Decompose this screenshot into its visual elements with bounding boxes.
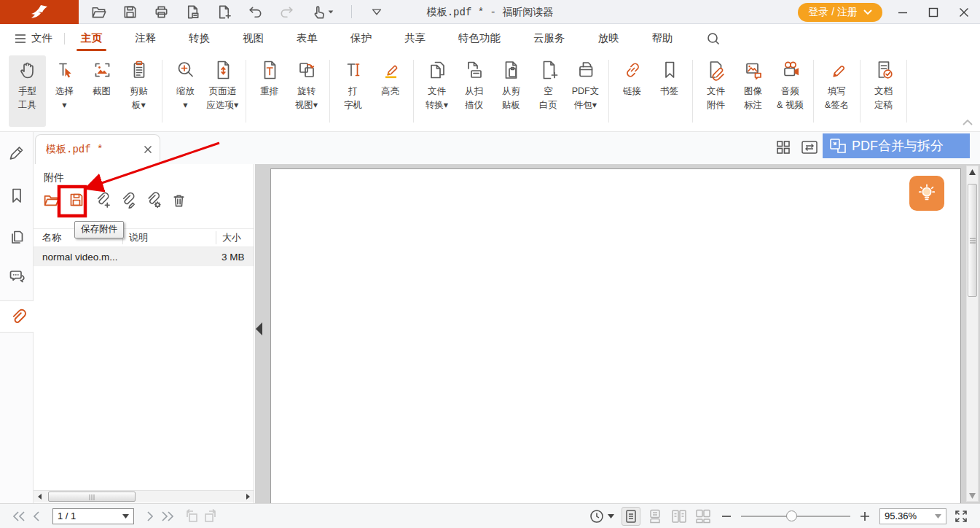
from-scanner-button[interactable]: 从扫 描仪 bbox=[455, 55, 493, 114]
zoom-level-combobox[interactable]: 95.36% bbox=[879, 508, 946, 524]
reflow-button[interactable]: 重排 bbox=[251, 55, 288, 100]
scroll-up-icon[interactable] bbox=[967, 169, 978, 175]
zoom-out-icon[interactable] bbox=[718, 508, 735, 525]
select-tool-button[interactable]: 选择 ▾ bbox=[46, 55, 83, 114]
tab-presentation[interactable]: 放映 bbox=[597, 25, 621, 52]
print-icon[interactable] bbox=[152, 2, 170, 21]
typewriter-button[interactable]: 打 字机 bbox=[334, 55, 372, 114]
delete-attachment-icon[interactable] bbox=[169, 190, 188, 209]
scroll-left-icon[interactable] bbox=[34, 491, 46, 502]
open-folder-icon[interactable] bbox=[89, 2, 108, 21]
fill-sign-button[interactable]: 填写 &签名 bbox=[818, 55, 855, 114]
tab-protect[interactable]: 保护 bbox=[349, 25, 373, 52]
pdf-page[interactable] bbox=[270, 168, 961, 503]
continuous-view-button[interactable] bbox=[646, 507, 665, 526]
open-attachment-icon[interactable] bbox=[42, 190, 60, 209]
tab-cloud[interactable]: 云服务 bbox=[532, 25, 567, 52]
document-tab[interactable]: 模板.pdf * bbox=[35, 134, 160, 164]
touch-mode-icon[interactable] bbox=[308, 2, 336, 21]
swap-view-icon[interactable] bbox=[801, 139, 818, 155]
blank-page-button[interactable]: 空 白页 bbox=[530, 55, 567, 114]
next-page-icon[interactable] bbox=[141, 508, 159, 525]
image-annotation-button[interactable]: 图像 标注 bbox=[734, 55, 772, 114]
redo-icon[interactable] bbox=[277, 2, 296, 21]
tab-form[interactable]: 表单 bbox=[295, 25, 319, 52]
vertical-scrollbar[interactable] bbox=[966, 166, 979, 502]
save-attachment-icon[interactable] bbox=[67, 190, 86, 209]
next-view-icon[interactable] bbox=[201, 508, 219, 525]
file-attachment-button[interactable]: 文件 附件 bbox=[697, 55, 734, 114]
new-document-icon[interactable] bbox=[214, 2, 233, 21]
zoom-slider[interactable] bbox=[741, 508, 850, 525]
zoom-in-icon[interactable] bbox=[856, 508, 874, 525]
single-page-view-button[interactable] bbox=[622, 507, 640, 526]
highlight-button[interactable]: 高亮 bbox=[372, 55, 409, 100]
maximize-button[interactable] bbox=[923, 3, 944, 22]
close-button[interactable] bbox=[954, 3, 974, 22]
page-number-combobox[interactable]: 1 / 1 bbox=[52, 508, 134, 524]
sidebar-item-bookmarks[interactable] bbox=[0, 179, 34, 211]
save-icon[interactable] bbox=[120, 2, 139, 21]
attachment-settings-icon[interactable] bbox=[144, 190, 162, 209]
previous-view-icon[interactable] bbox=[184, 508, 201, 525]
tab-home[interactable]: 主页 bbox=[79, 25, 103, 52]
tab-comment[interactable]: 注释 bbox=[133, 25, 157, 52]
bookmark-button[interactable]: 书签 bbox=[651, 55, 688, 100]
scroll-down-icon[interactable] bbox=[967, 493, 978, 499]
link-button[interactable]: 链接 bbox=[614, 55, 651, 100]
minimize-button[interactable] bbox=[893, 3, 913, 22]
pdf-portfolio-button[interactable]: PDF文 件包▾ bbox=[567, 55, 604, 114]
page-fit-icon bbox=[211, 58, 235, 82]
attachment-row[interactable]: normal video.m... 3 MB bbox=[34, 247, 254, 266]
clipboard-button[interactable]: 剪贴 板▾ bbox=[120, 55, 157, 114]
panel-horizontal-scrollbar[interactable] bbox=[34, 490, 254, 502]
tab-help[interactable]: 帮助 bbox=[651, 25, 675, 52]
search-icon[interactable] bbox=[706, 31, 721, 46]
facing-view-button[interactable] bbox=[670, 507, 689, 526]
sidebar-item-pages[interactable] bbox=[0, 221, 34, 253]
file-convert-button[interactable]: 文件 转换▾ bbox=[418, 55, 455, 114]
sidebar-item-attachments[interactable] bbox=[0, 300, 34, 333]
column-description[interactable]: 说明 bbox=[122, 231, 216, 244]
thumbnail-grid-icon[interactable] bbox=[775, 139, 791, 155]
scroll-right-icon[interactable] bbox=[241, 491, 254, 502]
zoom-button[interactable]: 缩放 ▾ bbox=[167, 55, 204, 114]
edit-attachment-description-icon[interactable] bbox=[118, 190, 137, 209]
snapshot-button[interactable]: 截图 bbox=[83, 55, 120, 100]
close-tab-icon[interactable] bbox=[144, 145, 152, 154]
sidebar-item-edit[interactable] bbox=[0, 136, 34, 168]
fullscreen-icon[interactable] bbox=[952, 508, 970, 525]
from-clipboard-button[interactable]: 从剪 贴板 bbox=[493, 55, 530, 114]
collapse-panel-handle[interactable] bbox=[256, 319, 264, 338]
page-fit-button[interactable]: 页面适 应选项▾ bbox=[204, 55, 241, 114]
assistant-button[interactable] bbox=[909, 176, 944, 211]
customize-toolbar-icon[interactable] bbox=[367, 2, 386, 21]
reading-timer-dropdown-icon[interactable] bbox=[605, 508, 616, 525]
collapse-ribbon-icon[interactable] bbox=[963, 119, 973, 125]
undo-icon[interactable] bbox=[246, 2, 264, 21]
tab-view[interactable]: 视图 bbox=[241, 25, 265, 52]
tab-share[interactable]: 共享 bbox=[403, 25, 427, 52]
pdf-merge-split-banner[interactable]: PDF合并与拆分 bbox=[823, 133, 970, 158]
login-register-button[interactable]: 登录 / 注册 bbox=[798, 3, 882, 22]
zoom-slider-handle[interactable] bbox=[786, 510, 797, 521]
file-menu[interactable]: 文件 bbox=[15, 31, 52, 45]
column-size[interactable]: 大小 bbox=[216, 231, 254, 244]
tab-features[interactable]: 特色功能 bbox=[457, 25, 502, 52]
tab-convert[interactable]: 转换 bbox=[187, 25, 211, 52]
scrollbar-thumb[interactable] bbox=[48, 492, 136, 502]
previous-page-icon[interactable] bbox=[28, 508, 45, 525]
rotate-view-button[interactable]: 旋转 视图▾ bbox=[288, 55, 325, 114]
audio-video-button[interactable]: 音频 & 视频 bbox=[772, 55, 809, 114]
last-page-icon[interactable] bbox=[159, 508, 176, 525]
close-document-icon[interactable] bbox=[183, 2, 202, 21]
reflow-icon bbox=[258, 58, 281, 82]
add-attachment-icon[interactable] bbox=[93, 190, 111, 209]
first-page-icon[interactable] bbox=[10, 508, 28, 525]
scrollbar-thumb[interactable] bbox=[968, 184, 977, 297]
reading-timer-icon[interactable] bbox=[588, 508, 605, 525]
continuous-facing-view-button[interactable] bbox=[694, 507, 713, 526]
sidebar-item-comments[interactable] bbox=[0, 260, 34, 292]
hand-tool-button[interactable]: 手型 工具 bbox=[9, 55, 46, 127]
doc-finalize-button[interactable]: 文档 定稿 bbox=[865, 55, 902, 114]
